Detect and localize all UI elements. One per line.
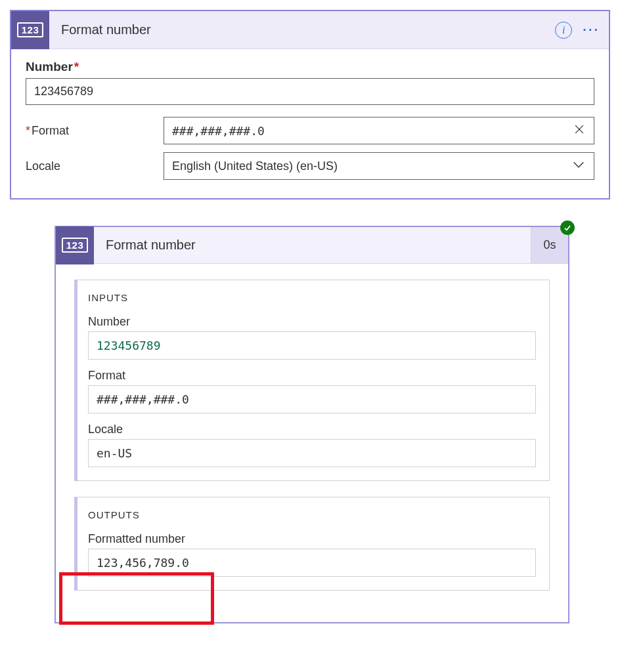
inputs-number-label: Number	[88, 315, 536, 329]
run-icon-box: 123	[56, 226, 94, 264]
format-number-run-result-card: 123 Format number 0s INPUTS Number 12345…	[55, 226, 569, 623]
run-title: Format number	[94, 238, 196, 253]
run-header[interactable]: 123 Format number 0s	[56, 227, 568, 264]
action-body: Number Format ###,###,###.0 Locale Engli…	[11, 49, 609, 198]
outputs-formatted-value: 123,456,789.0	[88, 549, 536, 577]
inputs-locale-value: en-US	[88, 439, 536, 467]
action-header[interactable]: 123 Format number i ···	[11, 11, 609, 49]
run-body: INPUTS Number 123456789 Format ###,###,#…	[56, 264, 568, 622]
format-label: Format	[26, 124, 164, 138]
format-value: ###,###,###.0	[172, 124, 265, 138]
format-input[interactable]: ###,###,###.0	[164, 117, 594, 144]
outputs-section: OUTPUTS Formatted number 123,456,789.0	[74, 497, 550, 591]
chevron-down-icon[interactable]	[569, 158, 586, 175]
locale-value: English (United States) (en-US)	[172, 159, 338, 173]
action-title: Format number	[49, 22, 555, 37]
locale-row: Locale English (United States) (en-US)	[26, 148, 594, 184]
clear-format-icon[interactable]	[569, 123, 586, 138]
inputs-locale-label: Locale	[88, 423, 536, 436]
more-menu-icon[interactable]: ···	[583, 22, 600, 37]
number-icon: 123	[17, 22, 44, 37]
locale-label: Locale	[26, 159, 164, 173]
inputs-section: INPUTS Number 123456789 Format ###,###,#…	[74, 280, 550, 481]
inputs-format-value: ###,###,###.0	[88, 385, 536, 413]
outputs-heading: OUTPUTS	[88, 509, 536, 520]
locale-select[interactable]: English (United States) (en-US)	[164, 152, 594, 180]
action-icon-box: 123	[11, 11, 49, 49]
number-input[interactable]	[26, 78, 594, 105]
inputs-heading: INPUTS	[88, 292, 536, 303]
number-label: Number	[26, 60, 594, 78]
inputs-format-label: Format	[88, 369, 536, 383]
outputs-formatted-label: Formatted number	[88, 532, 536, 546]
info-icon[interactable]: i	[555, 22, 572, 39]
format-row: Format ###,###,###.0	[26, 113, 594, 148]
inputs-number-value: 123456789	[88, 331, 536, 360]
format-number-action-card: 123 Format number i ··· Number Format ##…	[10, 10, 610, 200]
success-badge-icon	[560, 220, 575, 235]
number-icon: 123	[62, 238, 89, 253]
